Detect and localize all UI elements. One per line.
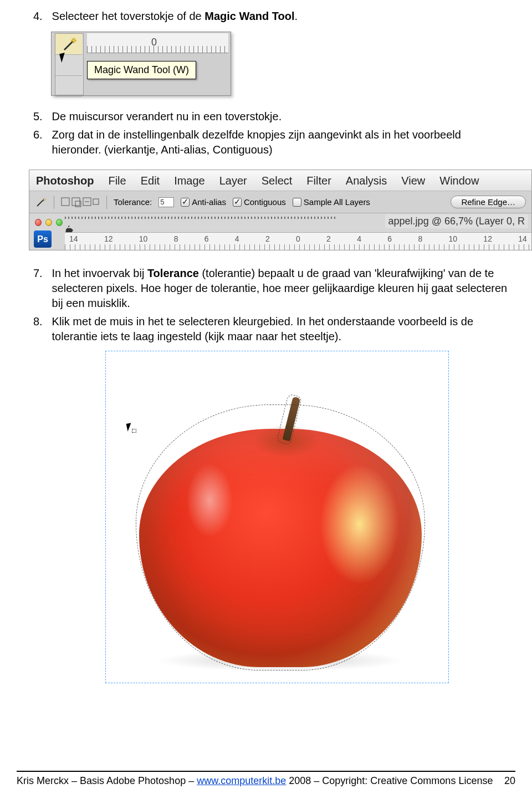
screenshot-options-bar: Photoshop File Edit Image Layer Select F…	[29, 170, 532, 250]
checkbox-icon	[293, 198, 301, 207]
footer-post: 2008 – Copyright: Creative Commons Licen…	[286, 775, 493, 786]
step-number: 6.	[33, 127, 49, 142]
footer-link[interactable]: www.computerkit.be	[197, 775, 286, 786]
menu-view[interactable]: View	[401, 175, 425, 187]
ruler: 0	[87, 33, 228, 53]
tooltip: Magic Wand Tool (W)	[87, 61, 196, 79]
ruler-tick: 2	[265, 234, 270, 243]
step-number: 7.	[33, 266, 49, 281]
menu-window[interactable]: Window	[439, 175, 479, 187]
menu-select[interactable]: Select	[262, 175, 293, 187]
ruler-tick: 12	[483, 234, 492, 243]
ruler-tick: 6	[387, 234, 392, 243]
menu-edit[interactable]: Edit	[141, 175, 160, 187]
step-text: De muiscursor verandert nu in een tovers…	[52, 109, 512, 124]
dotted-line	[65, 217, 337, 219]
tool-magic-wand[interactable]	[55, 34, 82, 55]
tool-column	[55, 33, 84, 95]
magic-wand-icon	[35, 196, 47, 208]
ruler-tick: 4	[357, 234, 361, 243]
screenshot-apple-selection	[105, 351, 449, 683]
menu-image[interactable]: Image	[174, 175, 205, 187]
window-zoom-icon[interactable]	[56, 219, 63, 226]
checkbox-label: Anti-alias	[192, 197, 226, 207]
step-text-post: .	[295, 10, 298, 22]
tool-slot[interactable]	[55, 55, 82, 76]
tolerance-input[interactable]: 5	[158, 197, 174, 207]
page-footer: Kris Merckx – Basis Adobe Photoshop – ww…	[17, 771, 515, 787]
checkbox-label: Sample All Layers	[304, 197, 370, 207]
separator	[106, 196, 107, 209]
checkbox-sample-all-layers[interactable]: Sample All Layers	[293, 197, 370, 207]
step-number: 4.	[33, 9, 49, 24]
ruler-label: 0	[151, 37, 157, 48]
window-buttons	[32, 216, 63, 228]
selection-mode-icons[interactable]	[61, 197, 100, 208]
menu-analysis[interactable]: Analysis	[346, 175, 387, 187]
step-5: 5. De muiscursor verandert nu in een tov…	[33, 109, 515, 124]
menu-filter[interactable]: Filter	[306, 175, 331, 187]
tool-slot[interactable]	[55, 76, 82, 97]
checkbox-icon	[181, 198, 190, 207]
ruler-tick: 8	[174, 234, 178, 243]
magic-wand-icon	[61, 37, 78, 53]
ruler-tick: 12	[104, 234, 113, 243]
step-text-pre: Selecteer het toverstokje of de	[52, 10, 205, 22]
refine-edge-button[interactable]: Refine Edge…	[451, 196, 526, 208]
ruler: 14 12 10 8 6 4 2 0 2 4 6 8 10 12 14	[65, 232, 531, 250]
document-title: appel.jpg @ 66,7% (Layer 0, R	[385, 214, 528, 228]
step-6: 6. Zorg dat in de instellingenbalk dezel…	[33, 127, 515, 157]
ruler-tick: 6	[204, 234, 209, 243]
footer-pre: Kris Merckx – Basis Adobe Photoshop –	[17, 775, 197, 786]
ruler-tick: 0	[296, 234, 300, 243]
ruler-tick: 8	[418, 234, 422, 243]
ruler-tick: 4	[235, 234, 239, 243]
checkbox-contiguous[interactable]: Contiguous	[233, 197, 286, 207]
svg-rect-4	[72, 198, 80, 206]
checkbox-anti-alias[interactable]: Anti-alias	[181, 197, 226, 207]
svg-rect-8	[93, 199, 99, 204]
footer-text: Kris Merckx – Basis Adobe Photoshop – ww…	[17, 775, 493, 787]
marching-ants-selection	[136, 404, 425, 670]
ruler-tick: 10	[448, 234, 457, 243]
ruler-tick: 2	[326, 234, 331, 243]
svg-rect-3	[62, 198, 69, 206]
window-close-icon[interactable]	[35, 219, 42, 226]
checkbox-label: Contiguous	[244, 197, 286, 207]
page-number: 20	[504, 775, 515, 787]
document-row: Ps appel.jpg @ 66,7% (Layer 0, R 14 12 1…	[29, 213, 531, 250]
step-text: Zorg dat in de instellingenbalk dezelfde…	[52, 127, 512, 157]
ruler-tick: 14	[69, 234, 78, 243]
checkbox-icon	[233, 198, 242, 207]
menubar: Photoshop File Edit Image Layer Select F…	[29, 170, 531, 191]
separator	[54, 196, 54, 209]
ruler-tick: 14	[518, 234, 527, 243]
options-bar: Tolerance: 5 Anti-alias Contiguous Sampl…	[29, 191, 531, 213]
window-minimize-icon[interactable]	[45, 219, 52, 226]
ruler-tick: 10	[139, 234, 148, 243]
menu-layer[interactable]: Layer	[219, 175, 247, 187]
step-text: Selecteer het toverstokje of de Magic Wa…	[52, 9, 512, 24]
app-name[interactable]: Photoshop	[36, 175, 94, 187]
step-text-bold: Magic Wand Tool	[204, 10, 294, 22]
svg-line-2	[37, 199, 44, 206]
tolerance-label: Tolerance:	[114, 197, 152, 207]
step-4: 4. Selecteer het toverstokje of de Magic…	[33, 9, 515, 24]
photoshop-app-icon[interactable]: Ps	[34, 231, 52, 248]
svg-line-0	[64, 41, 73, 50]
step-number: 8.	[33, 314, 49, 329]
magic-wand-cursor-icon	[127, 423, 135, 434]
screenshot-magic-wand-tooltip: 0 Magic Wand Tool (W)	[51, 32, 231, 96]
menu-file[interactable]: File	[108, 175, 126, 187]
step-number: 5.	[33, 109, 49, 124]
